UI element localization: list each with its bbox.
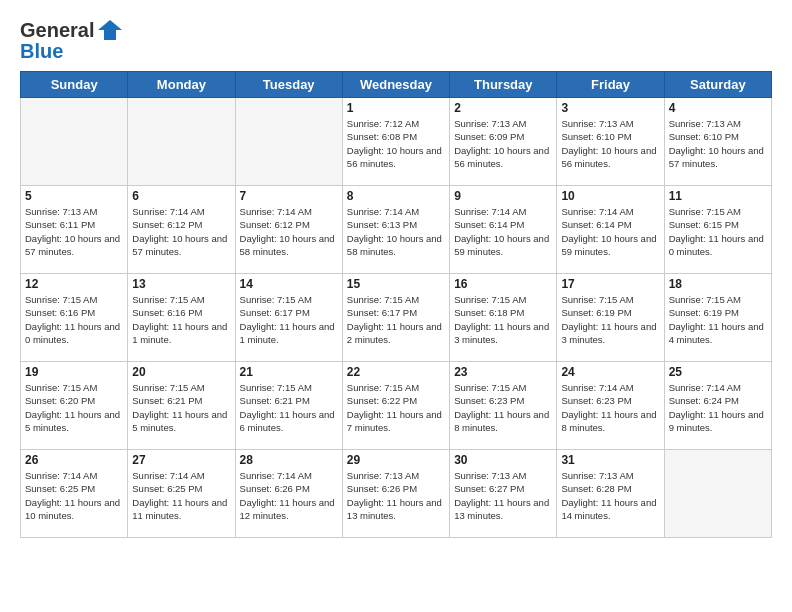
sun-info: Sunrise: 7:15 AMSunset: 6:22 PMDaylight:… <box>347 381 445 434</box>
day-number: 31 <box>561 453 659 467</box>
logo: General Blue <box>20 16 124 63</box>
day-number: 12 <box>25 277 123 291</box>
sun-info: Sunrise: 7:14 AMSunset: 6:23 PMDaylight:… <box>561 381 659 434</box>
sun-info: Sunrise: 7:13 AMSunset: 6:27 PMDaylight:… <box>454 469 552 522</box>
header: General Blue <box>20 16 772 63</box>
sun-info: Sunrise: 7:13 AMSunset: 6:09 PMDaylight:… <box>454 117 552 170</box>
day-cell-27: 27Sunrise: 7:14 AMSunset: 6:25 PMDayligh… <box>128 450 235 538</box>
weekday-header-sunday: Sunday <box>21 72 128 98</box>
empty-cell <box>128 98 235 186</box>
empty-cell <box>21 98 128 186</box>
sun-info: Sunrise: 7:13 AMSunset: 6:10 PMDaylight:… <box>561 117 659 170</box>
day-number: 10 <box>561 189 659 203</box>
day-cell-3: 3Sunrise: 7:13 AMSunset: 6:10 PMDaylight… <box>557 98 664 186</box>
day-number: 28 <box>240 453 338 467</box>
weekday-header-row: SundayMondayTuesdayWednesdayThursdayFrid… <box>21 72 772 98</box>
sun-info: Sunrise: 7:15 AMSunset: 6:19 PMDaylight:… <box>669 293 767 346</box>
logo-general-text: General <box>20 19 94 42</box>
day-number: 1 <box>347 101 445 115</box>
empty-cell <box>664 450 771 538</box>
day-number: 25 <box>669 365 767 379</box>
day-number: 14 <box>240 277 338 291</box>
day-cell-6: 6Sunrise: 7:14 AMSunset: 6:12 PMDaylight… <box>128 186 235 274</box>
week-row-4: 19Sunrise: 7:15 AMSunset: 6:20 PMDayligh… <box>21 362 772 450</box>
svg-marker-0 <box>98 20 122 40</box>
day-number: 3 <box>561 101 659 115</box>
day-cell-15: 15Sunrise: 7:15 AMSunset: 6:17 PMDayligh… <box>342 274 449 362</box>
sun-info: Sunrise: 7:14 AMSunset: 6:24 PMDaylight:… <box>669 381 767 434</box>
calendar-table: SundayMondayTuesdayWednesdayThursdayFrid… <box>20 71 772 538</box>
logo-icon <box>96 16 124 44</box>
day-cell-9: 9Sunrise: 7:14 AMSunset: 6:14 PMDaylight… <box>450 186 557 274</box>
sun-info: Sunrise: 7:15 AMSunset: 6:20 PMDaylight:… <box>25 381 123 434</box>
day-cell-1: 1Sunrise: 7:12 AMSunset: 6:08 PMDaylight… <box>342 98 449 186</box>
day-cell-26: 26Sunrise: 7:14 AMSunset: 6:25 PMDayligh… <box>21 450 128 538</box>
sun-info: Sunrise: 7:13 AMSunset: 6:26 PMDaylight:… <box>347 469 445 522</box>
weekday-header-tuesday: Tuesday <box>235 72 342 98</box>
day-cell-21: 21Sunrise: 7:15 AMSunset: 6:21 PMDayligh… <box>235 362 342 450</box>
day-cell-24: 24Sunrise: 7:14 AMSunset: 6:23 PMDayligh… <box>557 362 664 450</box>
week-row-3: 12Sunrise: 7:15 AMSunset: 6:16 PMDayligh… <box>21 274 772 362</box>
sun-info: Sunrise: 7:15 AMSunset: 6:17 PMDaylight:… <box>347 293 445 346</box>
week-row-1: 1Sunrise: 7:12 AMSunset: 6:08 PMDaylight… <box>21 98 772 186</box>
day-number: 15 <box>347 277 445 291</box>
sun-info: Sunrise: 7:14 AMSunset: 6:12 PMDaylight:… <box>240 205 338 258</box>
day-number: 29 <box>347 453 445 467</box>
day-cell-19: 19Sunrise: 7:15 AMSunset: 6:20 PMDayligh… <box>21 362 128 450</box>
sun-info: Sunrise: 7:14 AMSunset: 6:26 PMDaylight:… <box>240 469 338 522</box>
sun-info: Sunrise: 7:14 AMSunset: 6:12 PMDaylight:… <box>132 205 230 258</box>
day-number: 17 <box>561 277 659 291</box>
day-number: 22 <box>347 365 445 379</box>
page: General Blue SundayMondayTuesdayWednesda… <box>0 0 792 612</box>
sun-info: Sunrise: 7:13 AMSunset: 6:10 PMDaylight:… <box>669 117 767 170</box>
day-cell-12: 12Sunrise: 7:15 AMSunset: 6:16 PMDayligh… <box>21 274 128 362</box>
day-number: 18 <box>669 277 767 291</box>
day-number: 21 <box>240 365 338 379</box>
sun-info: Sunrise: 7:15 AMSunset: 6:18 PMDaylight:… <box>454 293 552 346</box>
sun-info: Sunrise: 7:15 AMSunset: 6:19 PMDaylight:… <box>561 293 659 346</box>
sun-info: Sunrise: 7:14 AMSunset: 6:25 PMDaylight:… <box>132 469 230 522</box>
sun-info: Sunrise: 7:15 AMSunset: 6:21 PMDaylight:… <box>240 381 338 434</box>
day-number: 6 <box>132 189 230 203</box>
day-cell-14: 14Sunrise: 7:15 AMSunset: 6:17 PMDayligh… <box>235 274 342 362</box>
day-cell-11: 11Sunrise: 7:15 AMSunset: 6:15 PMDayligh… <box>664 186 771 274</box>
sun-info: Sunrise: 7:15 AMSunset: 6:16 PMDaylight:… <box>25 293 123 346</box>
day-number: 7 <box>240 189 338 203</box>
day-number: 9 <box>454 189 552 203</box>
day-cell-8: 8Sunrise: 7:14 AMSunset: 6:13 PMDaylight… <box>342 186 449 274</box>
day-number: 16 <box>454 277 552 291</box>
day-cell-18: 18Sunrise: 7:15 AMSunset: 6:19 PMDayligh… <box>664 274 771 362</box>
day-cell-10: 10Sunrise: 7:14 AMSunset: 6:14 PMDayligh… <box>557 186 664 274</box>
weekday-header-wednesday: Wednesday <box>342 72 449 98</box>
day-number: 27 <box>132 453 230 467</box>
day-number: 30 <box>454 453 552 467</box>
day-number: 24 <box>561 365 659 379</box>
day-cell-4: 4Sunrise: 7:13 AMSunset: 6:10 PMDaylight… <box>664 98 771 186</box>
sun-info: Sunrise: 7:14 AMSunset: 6:13 PMDaylight:… <box>347 205 445 258</box>
sun-info: Sunrise: 7:15 AMSunset: 6:21 PMDaylight:… <box>132 381 230 434</box>
week-row-2: 5Sunrise: 7:13 AMSunset: 6:11 PMDaylight… <box>21 186 772 274</box>
day-number: 26 <box>25 453 123 467</box>
day-number: 19 <box>25 365 123 379</box>
sun-info: Sunrise: 7:15 AMSunset: 6:15 PMDaylight:… <box>669 205 767 258</box>
day-cell-28: 28Sunrise: 7:14 AMSunset: 6:26 PMDayligh… <box>235 450 342 538</box>
day-number: 4 <box>669 101 767 115</box>
day-cell-5: 5Sunrise: 7:13 AMSunset: 6:11 PMDaylight… <box>21 186 128 274</box>
day-cell-2: 2Sunrise: 7:13 AMSunset: 6:09 PMDaylight… <box>450 98 557 186</box>
sun-info: Sunrise: 7:15 AMSunset: 6:16 PMDaylight:… <box>132 293 230 346</box>
day-cell-20: 20Sunrise: 7:15 AMSunset: 6:21 PMDayligh… <box>128 362 235 450</box>
day-number: 13 <box>132 277 230 291</box>
day-cell-30: 30Sunrise: 7:13 AMSunset: 6:27 PMDayligh… <box>450 450 557 538</box>
day-cell-7: 7Sunrise: 7:14 AMSunset: 6:12 PMDaylight… <box>235 186 342 274</box>
day-number: 5 <box>25 189 123 203</box>
sun-info: Sunrise: 7:14 AMSunset: 6:25 PMDaylight:… <box>25 469 123 522</box>
weekday-header-monday: Monday <box>128 72 235 98</box>
day-number: 8 <box>347 189 445 203</box>
day-number: 20 <box>132 365 230 379</box>
day-cell-23: 23Sunrise: 7:15 AMSunset: 6:23 PMDayligh… <box>450 362 557 450</box>
sun-info: Sunrise: 7:15 AMSunset: 6:23 PMDaylight:… <box>454 381 552 434</box>
sun-info: Sunrise: 7:12 AMSunset: 6:08 PMDaylight:… <box>347 117 445 170</box>
day-number: 2 <box>454 101 552 115</box>
day-cell-31: 31Sunrise: 7:13 AMSunset: 6:28 PMDayligh… <box>557 450 664 538</box>
sun-info: Sunrise: 7:14 AMSunset: 6:14 PMDaylight:… <box>454 205 552 258</box>
